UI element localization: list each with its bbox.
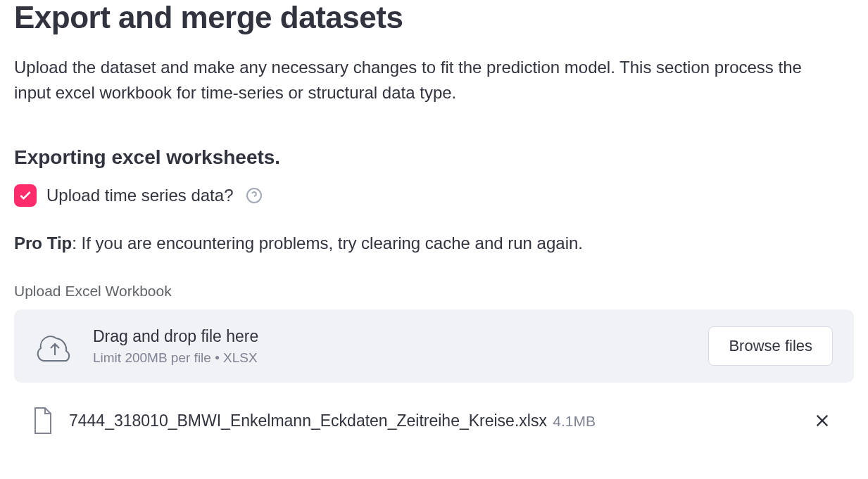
pro-tip-text: : If you are encountering problems, try … — [72, 234, 583, 253]
check-icon — [18, 189, 32, 203]
file-name: 7444_318010_BMWI_Enkelmann_Eckdaten_Zeit… — [69, 411, 547, 430]
upload-label: Upload Excel Workbook — [14, 283, 854, 300]
section-heading: Exporting excel worksheets. — [14, 146, 854, 169]
remove-file-button[interactable] — [810, 409, 834, 433]
file-dropzone[interactable]: Drag and drop file here Limit 200MB per … — [14, 309, 854, 383]
cloud-upload-icon — [35, 330, 75, 362]
dropzone-title: Drag and drop file here — [93, 327, 690, 346]
checkbox-row: Upload time series data? — [14, 184, 854, 207]
pro-tip-label: Pro Tip — [14, 234, 72, 253]
checkbox-label: Upload time series data? — [46, 186, 233, 205]
close-icon — [814, 413, 830, 428]
file-name-wrapper: 7444_318010_BMWI_Enkelmann_Eckdaten_Zeit… — [69, 411, 596, 430]
dropzone-text: Drag and drop file here Limit 200MB per … — [93, 327, 690, 366]
pro-tip: Pro Tip: If you are encountering problem… — [14, 234, 854, 253]
page-title: Export and merge datasets — [14, 0, 854, 35]
file-size: 4.1MB — [553, 413, 596, 429]
time-series-checkbox[interactable] — [14, 184, 37, 207]
dropzone-hint: Limit 200MB per file • XLSX — [93, 350, 690, 366]
page-description: Upload the dataset and make any necessar… — [14, 55, 824, 106]
uploaded-file-row: 7444_318010_BMWI_Enkelmann_Eckdaten_Zeit… — [14, 402, 854, 439]
file-icon — [31, 407, 54, 435]
help-icon[interactable] — [246, 187, 263, 204]
browse-files-button[interactable]: Browse files — [708, 326, 833, 366]
